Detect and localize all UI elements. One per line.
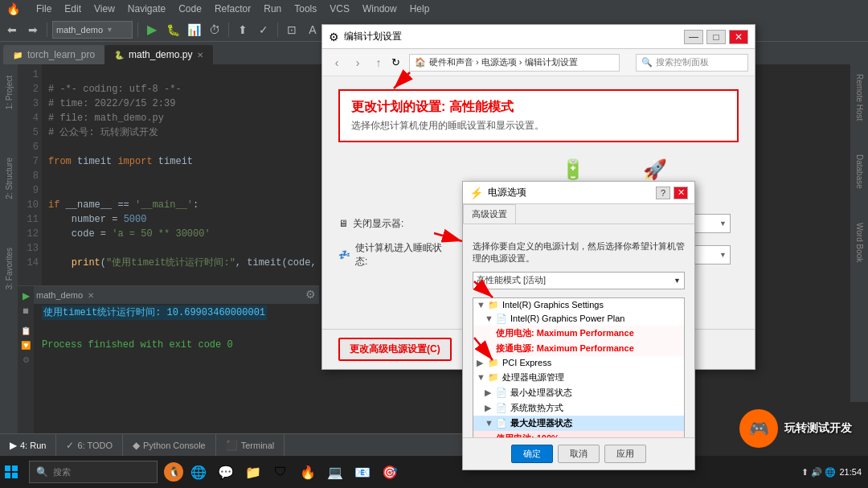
- adv-apply-button[interactable]: 应用: [604, 445, 646, 463]
- adv-desc-text: 选择你要自定义的电源计划，然后选择你希望计算机管理的电源设置。: [473, 240, 685, 265]
- tree-label-intel-power-plan: Intel(R) Graphics Power Plan: [510, 314, 681, 323]
- taskbar-icon-2[interactable]: 🌐: [186, 460, 211, 484]
- adv-help-btn[interactable]: ?: [656, 187, 670, 199]
- menu-edit[interactable]: Edit: [64, 3, 81, 14]
- panel-project[interactable]: 1: Project: [2, 72, 17, 113]
- menu-vcs[interactable]: VCS: [330, 3, 350, 14]
- menu-file[interactable]: File: [36, 3, 51, 14]
- bottom-tab-python[interactable]: ◆ Python Console: [123, 434, 216, 457]
- taskbar-icon-9[interactable]: 🎯: [378, 460, 402, 484]
- tree-expand-pci: ▶: [477, 358, 485, 368]
- run-filter-icon[interactable]: 🔽: [19, 338, 32, 351]
- menu-help[interactable]: Help: [410, 3, 430, 14]
- taskbar-search-box[interactable]: 🔍 搜索: [29, 461, 158, 483]
- addr-back-icon[interactable]: ‹: [329, 55, 345, 71]
- tree-item-thermal[interactable]: ▶ 📄 系统散热方式: [473, 400, 684, 416]
- project-dropdown-label: math_demo: [56, 25, 103, 35]
- tree-expand-min-proc: ▶: [485, 388, 493, 398]
- menu-navigate[interactable]: Navigate: [128, 3, 166, 14]
- addr-refresh-icon[interactable]: ↻: [391, 56, 404, 69]
- addr-forward-icon[interactable]: ›: [350, 55, 366, 71]
- code-line-7: from timeit import timeit: [48, 154, 317, 169]
- run-restart-icon[interactable]: ▶: [19, 289, 32, 302]
- adv-mode-dropdown[interactable]: 高性能模式 [活动] ▼: [473, 272, 685, 289]
- code-line-8: [48, 169, 317, 183]
- panel-remote-host[interactable]: Remote Host: [852, 71, 867, 124]
- profile-button[interactable]: ⏱: [206, 21, 223, 39]
- vcs-commit[interactable]: ✓: [255, 21, 272, 39]
- addr-search-box[interactable]: 🔍 搜索控制面板: [636, 54, 748, 72]
- tab-math-demo[interactable]: 🐍 math_demo.py ✕: [104, 45, 213, 64]
- plan-dialog-minimize[interactable]: —: [684, 30, 703, 44]
- bottom-tab-run[interactable]: ▶ 4: Run: [0, 434, 56, 457]
- bottom-python-label: Python Console: [143, 441, 206, 450]
- menu-code[interactable]: Code: [178, 3, 202, 14]
- menu-window[interactable]: Window: [362, 3, 397, 14]
- menu-refactor[interactable]: Refactor: [215, 3, 251, 14]
- win-start-button[interactable]: [0, 461, 23, 483]
- adv-cancel-button[interactable]: 取消: [558, 445, 600, 463]
- toolbar-sep1: [47, 23, 47, 37]
- adv-titlebar: ⚡ 电源选项 ? ✕: [463, 182, 694, 204]
- taskbar-icon-1[interactable]: 🐧: [164, 462, 183, 482]
- tab-torch-learn-pro[interactable]: 📁 torch_learn_pro: [3, 45, 104, 64]
- vcs-update[interactable]: ⬆: [234, 21, 252, 39]
- adv-dialog-title: 电源选项: [488, 186, 526, 199]
- tree-expand-thermal: ▶: [485, 403, 493, 413]
- plan-dialog-close[interactable]: ✕: [729, 30, 748, 44]
- debug-button[interactable]: 🐛: [164, 21, 182, 39]
- taskbar-icon-5[interactable]: 🛡: [268, 460, 293, 484]
- panel-database[interactable]: Database: [852, 151, 867, 192]
- tree-item-min-proc[interactable]: ▶ 📄 最小处理器状态: [473, 385, 684, 400]
- tree-item-pci[interactable]: ▶ 📁 PCI Express: [473, 356, 684, 370]
- panel-word-book[interactable]: Word Book: [852, 219, 867, 265]
- run-button[interactable]: ▶: [143, 21, 161, 39]
- code-line-10: if __name__ == '__main__':: [48, 198, 317, 212]
- taskbar-icon-4[interactable]: 📁: [241, 460, 265, 484]
- taskbar-time: 21:54: [839, 467, 862, 477]
- adv-ok-button[interactable]: 确定: [511, 445, 553, 463]
- menu-view[interactable]: View: [94, 3, 115, 14]
- tree-item-intel-graphics[interactable]: ▼ 📁 Intel(R) Graphics Settings: [473, 298, 684, 312]
- taskbar-icon-7[interactable]: 💻: [323, 460, 347, 484]
- taskbar-icon-3[interactable]: 💬: [214, 460, 238, 484]
- run-settings2-icon[interactable]: ⚙: [19, 353, 32, 366]
- tree-item-processor-mgmt[interactable]: ▼ 📁 处理器电源管理: [473, 370, 684, 385]
- project-dropdown[interactable]: math_demo ▼: [52, 21, 133, 39]
- plan-dialog-maximize[interactable]: □: [706, 30, 726, 44]
- dropdown-arrow-icon: ▼: [106, 26, 113, 34]
- menu-run[interactable]: Run: [264, 3, 281, 14]
- bottom-tab-terminal[interactable]: ⬛ Terminal: [216, 434, 285, 457]
- adv-close-btn[interactable]: ✕: [674, 187, 688, 199]
- run-stop-icon[interactable]: ⏹: [19, 304, 32, 317]
- coverage-button[interactable]: 📊: [185, 21, 203, 39]
- bottom-run-label: 4: Run: [20, 441, 46, 450]
- toolbar-back[interactable]: ⬅: [3, 21, 21, 39]
- plan-row1-label: 🖥 关闭显示器:: [338, 217, 451, 231]
- bottom-run-icon: ▶: [10, 440, 17, 451]
- terminal-button[interactable]: ⊡: [283, 21, 301, 39]
- ide-background: 🔥 File Edit View Navigate Code Refactor …: [0, 0, 868, 488]
- translate-button[interactable]: A: [304, 21, 321, 39]
- adv-tree-view[interactable]: ▼ 📁 Intel(R) Graphics Settings ▼ 📄 Intel…: [473, 297, 685, 437]
- dropdown-arrow4: ▼: [719, 251, 727, 259]
- panel-structure[interactable]: 2: Structure: [2, 154, 17, 203]
- bottom-tab-todo[interactable]: ✓ 6: TODO: [56, 434, 123, 457]
- advanced-settings-button[interactable]: 更改高级电源设置(C): [338, 338, 452, 361]
- addr-up-icon[interactable]: ↑: [371, 55, 387, 71]
- menu-tools[interactable]: Tools: [294, 3, 317, 14]
- panel-favorites[interactable]: 3: Favorites: [2, 244, 17, 293]
- tree-expand-max-proc: ▼: [485, 418, 493, 428]
- tree-item-max-proc[interactable]: ▼ 📄 最大处理器状态: [473, 416, 684, 431]
- tree-item-intel-power-plan[interactable]: ▼ 📄 Intel(R) Graphics Power Plan: [473, 312, 684, 326]
- run-scroll-icon[interactable]: 📋: [19, 324, 32, 337]
- addr-path-box[interactable]: 🏠 硬件和声音 › 电源选项 › 编辑计划设置: [409, 54, 620, 72]
- tab-math-close[interactable]: ✕: [197, 51, 203, 59]
- adv-tab-advanced[interactable]: 高级设置: [463, 204, 516, 223]
- taskbar-icon-6[interactable]: 🔥: [296, 460, 320, 484]
- adv-content: 选择你要自定义的电源计划，然后选择你希望计算机管理的电源设置。 高性能模式 [活…: [463, 232, 694, 437]
- taskbar-icon-8[interactable]: 📧: [350, 460, 375, 484]
- toolbar-forward[interactable]: ➡: [24, 21, 42, 39]
- tab-math-icon: 🐍: [114, 51, 124, 59]
- windows-logo-icon: [5, 465, 18, 478]
